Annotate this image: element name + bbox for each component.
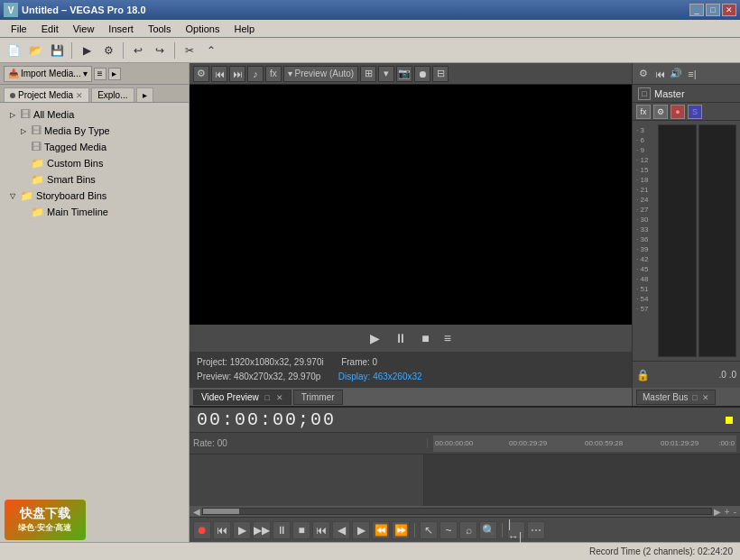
video-preview-tab[interactable]: Video Preview □ ✕ [193, 390, 291, 405]
next-marker-button[interactable]: ⏩ [392, 521, 410, 539]
envelope-tool-button[interactable]: ~ [439, 521, 458, 539]
menu-insert[interactable]: Insert [101, 22, 141, 36]
master-prev-icon[interactable]: ⏮ [652, 67, 667, 81]
video-preview-tab-close[interactable]: □ [265, 393, 270, 402]
split-icon[interactable]: ⊟ [432, 66, 449, 82]
settings-button[interactable]: ⚙ [98, 41, 118, 60]
scroll-thumb[interactable] [203, 509, 239, 514]
record-button[interactable]: ⏺ [193, 521, 211, 539]
rewind-to-start-button[interactable]: ⏮ [213, 521, 231, 539]
ripple-button[interactable]: ⋯ [527, 521, 545, 539]
zoom-out-button[interactable]: - [732, 507, 738, 517]
redo-button[interactable]: ↪ [150, 41, 170, 60]
tree-item-main-timeline[interactable]: 📁 Main Timeline [0, 204, 189, 220]
prev-frame-button[interactable]: ◀ [332, 521, 350, 539]
master-color-icon[interactable]: ● [671, 105, 685, 119]
expand-icon-storyboard-bins[interactable]: ▽ [7, 190, 18, 201]
watermark-line1: 快盘下载 [20, 506, 70, 522]
video-preview-tab-x[interactable]: ✕ [276, 393, 283, 402]
prev-marker-button[interactable]: ⏪ [372, 521, 390, 539]
trim-button[interactable]: ✂ [180, 41, 199, 60]
master-levels-icon[interactable]: ≡| [685, 67, 699, 81]
menu-file[interactable]: File [4, 22, 34, 36]
tree-item-storyboard-bins[interactable]: ▽ 📁 Storyboard Bins [0, 188, 189, 204]
menu-help[interactable]: Help [227, 22, 262, 36]
tree-item-smart-bins[interactable]: 📁 Smart Bins [0, 171, 189, 188]
snapshot-icon[interactable]: 📷 [396, 66, 412, 82]
project-media-tab[interactable]: Project Media ✕ [4, 87, 89, 102]
expand-icon-tagged-media [18, 142, 29, 152]
go-to-start-button[interactable]: ⏮ [312, 521, 330, 539]
tree-item-custom-bins[interactable]: 📁 Custom Bins [0, 155, 189, 171]
video-panel-tabs: Video Preview □ ✕ Trimmer [190, 388, 632, 406]
video-audio-icon[interactable]: ♪ [247, 66, 264, 82]
menu-tools[interactable]: Tools [141, 22, 179, 36]
snap-button[interactable]: |↔| [507, 521, 525, 539]
video-fx-button[interactable]: fx [265, 66, 282, 82]
master-s-icon[interactable]: S [688, 105, 702, 119]
master-fx-icon[interactable]: fx [636, 105, 651, 119]
video-next-frame-icon[interactable]: ⏭ [229, 66, 245, 82]
expand-icon-all-media[interactable]: ▷ [7, 109, 18, 120]
import-media-button[interactable]: 📥 Import Media... ▾ [4, 66, 92, 82]
pause-button[interactable]: ⏸ [391, 329, 411, 347]
master-gear-icon[interactable]: ⚙ [653, 105, 668, 119]
stop-button[interactable]: ■ [418, 329, 432, 347]
render-button[interactable]: ▶ [77, 41, 97, 60]
cut-button[interactable]: ⌃ [201, 41, 221, 60]
next-frame-button[interactable]: ▶ [352, 521, 370, 539]
timecode-display: 00:00:00;00 [197, 409, 336, 430]
undo-button[interactable]: ↩ [128, 41, 148, 60]
explorer-tab[interactable]: Explo... [91, 87, 134, 102]
ruler-mark-4: :00:0 [718, 439, 735, 447]
view-button[interactable]: ≡ [94, 68, 106, 80]
master-vol-icon[interactable]: 🔊 [669, 67, 683, 81]
record-icon[interactable]: ⏺ [414, 66, 430, 82]
project-media-tab-close[interactable]: ✕ [76, 91, 83, 100]
trimmer-tab[interactable]: Trimmer [293, 390, 343, 405]
master-bus-tab-close[interactable]: ✕ [702, 393, 709, 402]
scroll-track[interactable] [202, 508, 712, 515]
tree-item-media-by-type[interactable]: ▷ 🎞 Media By Type [0, 123, 189, 139]
zoom-icon[interactable]: ▾ [378, 66, 394, 82]
preview-dropdown[interactable]: ▾ Preview (Auto) [283, 66, 358, 82]
zoom-tool-button[interactable]: 🔍 [479, 521, 497, 539]
open-button[interactable]: 📂 [25, 41, 45, 60]
transport-fast-play-button[interactable]: ▶▶ [253, 521, 271, 539]
grid-icon[interactable]: ⊞ [360, 66, 376, 82]
filter-button[interactable]: ▸ [108, 68, 121, 80]
zoom-cursor-button[interactable]: ⌕ [459, 521, 477, 539]
top-panels: ⚙ ⏮ ⏭ ♪ fx ▾ Preview (Auto) ⊞ ▾ 📷 ⏺ ⊟ ▶ … [190, 63, 740, 406]
ruler-mark-3: 00:01:29:29 [661, 439, 698, 447]
transport-pause-button[interactable]: ⏸ [273, 521, 291, 539]
video-preview-panel: ⚙ ⏮ ⏭ ♪ fx ▾ Preview (Auto) ⊞ ▾ 📷 ⏺ ⊟ ▶ … [190, 63, 632, 406]
playlist-button[interactable]: ≡ [440, 329, 455, 347]
maximize-button[interactable]: □ [706, 4, 720, 16]
transport-play-button[interactable]: ▶ [233, 521, 251, 539]
master-bus-tab[interactable]: Master Bus □ ✕ [636, 390, 716, 405]
lock-icon[interactable]: 🔒 [636, 369, 650, 381]
close-button[interactable]: ✕ [722, 4, 736, 16]
save-button[interactable]: 💾 [47, 41, 67, 60]
video-settings-icon[interactable]: ⚙ [193, 66, 209, 82]
master-channel-icon: □ [638, 87, 651, 100]
zoom-in-button[interactable]: + [723, 507, 732, 517]
expand-icon-custom-bins [18, 158, 29, 169]
menu-edit[interactable]: Edit [34, 22, 66, 36]
transport-stop-button[interactable]: ■ [292, 521, 310, 539]
expand-tab-button[interactable]: ▸ [136, 87, 153, 102]
play-button[interactable]: ▶ [366, 329, 384, 347]
expand-icon-media-by-type[interactable]: ▷ [18, 125, 29, 136]
scroll-right-button[interactable]: ▶ [712, 507, 723, 517]
menu-options[interactable]: Options [179, 22, 227, 36]
scroll-left-button[interactable]: ◀ [191, 507, 202, 517]
menu-view[interactable]: View [66, 22, 102, 36]
video-prev-frame-icon[interactable]: ⏮ [211, 66, 227, 82]
tree-item-all-media[interactable]: ▷ 🎞 All Media [0, 106, 189, 123]
master-settings-icon[interactable]: ⚙ [636, 67, 651, 81]
master-bus-tab-dot[interactable]: □ [692, 393, 697, 402]
minimize-button[interactable]: _ [689, 4, 704, 16]
cursor-tool-button[interactable]: ↖ [420, 521, 438, 539]
new-button[interactable]: 📄 [4, 41, 23, 60]
tree-item-tagged-media[interactable]: 🎞 Tagged Media [0, 139, 189, 155]
